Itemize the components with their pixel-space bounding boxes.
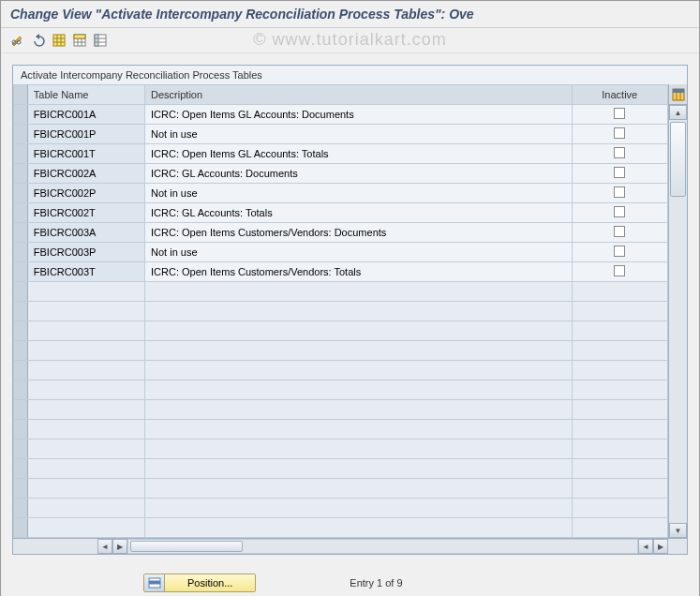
row-selector[interactable] <box>14 321 28 341</box>
row-selector[interactable] <box>14 518 28 538</box>
cell-table-name[interactable]: FBICRC001A <box>27 105 144 125</box>
vscroll-track[interactable] <box>669 120 687 523</box>
deselect-all-button[interactable] <box>70 31 89 50</box>
cell-inactive[interactable] <box>572 125 668 144</box>
change-toggle-button[interactable] <box>8 31 27 50</box>
row-selector[interactable] <box>14 459 28 479</box>
cell-inactive[interactable] <box>572 105 668 125</box>
hscroll-track[interactable] <box>127 539 638 554</box>
scroll-up-button[interactable]: ▲ <box>669 105 687 120</box>
inactive-checkbox[interactable] <box>614 265 625 276</box>
row-selector[interactable] <box>14 380 28 400</box>
cell-empty <box>145 518 572 538</box>
cell-table-name[interactable]: FBICRC001P <box>27 125 144 144</box>
row-selector[interactable] <box>14 341 28 361</box>
footer: Position... Entry 1 of 9 <box>12 555 688 596</box>
table-row[interactable]: FBICRC001PNot in use <box>14 125 668 144</box>
row-selector[interactable] <box>14 262 28 282</box>
row-selector[interactable] <box>14 125 28 144</box>
inactive-checkbox[interactable] <box>614 127 625 139</box>
inactive-checkbox[interactable] <box>614 206 625 217</box>
inactive-checkbox[interactable] <box>614 167 625 178</box>
cell-description[interactable]: Not in use <box>145 243 572 262</box>
undo-button[interactable] <box>29 31 48 50</box>
vscroll-thumb[interactable] <box>670 122 686 197</box>
scroll-last-button[interactable]: ▶ <box>653 539 668 554</box>
table-row[interactable]: FBICRC002PNot in use <box>14 184 668 203</box>
cell-empty <box>145 361 572 380</box>
table-row[interactable]: FBICRC001AICRC: Open Items GL Accounts: … <box>14 105 668 125</box>
cell-inactive[interactable] <box>572 144 668 164</box>
row-selector[interactable] <box>14 361 28 380</box>
table-row[interactable]: FBICRC003AICRC: Open Items Customers/Ven… <box>14 223 668 243</box>
inactive-checkbox[interactable] <box>614 246 625 257</box>
cell-description[interactable]: ICRC: Open Items Customers/Vendors: Tota… <box>145 262 572 282</box>
cell-description[interactable]: Not in use <box>145 184 572 203</box>
cell-table-name[interactable]: FBICRC003P <box>27 243 144 262</box>
table-row[interactable]: FBICRC003TICRC: Open Items Customers/Ven… <box>14 262 668 282</box>
row-selector[interactable] <box>14 164 28 184</box>
cell-inactive[interactable] <box>572 223 668 243</box>
table-row-empty <box>14 479 668 499</box>
table-deselect-icon <box>73 34 86 47</box>
cell-description[interactable]: Not in use <box>145 125 572 144</box>
scroll-first-button[interactable]: ◄ <box>97 539 112 554</box>
inactive-checkbox[interactable] <box>614 108 625 119</box>
cell-inactive[interactable] <box>572 262 668 282</box>
data-table: Table Name Description Inactive FBICRC00… <box>13 84 668 538</box>
cell-empty <box>572 321 668 341</box>
cell-description[interactable]: ICRC: Open Items Customers/Vendors: Docu… <box>145 223 572 243</box>
scroll-left-button[interactable]: ▶ <box>112 539 127 554</box>
row-selector[interactable] <box>14 223 28 243</box>
cell-table-name[interactable]: FBICRC001T <box>27 144 144 164</box>
table-row[interactable]: FBICRC002TICRC: GL Accounts: Totals <box>14 203 668 223</box>
select-all-button[interactable] <box>50 31 68 50</box>
scroll-right-button[interactable]: ◄ <box>638 539 653 554</box>
cell-table-name[interactable]: FBICRC003T <box>27 262 144 282</box>
table-row[interactable]: FBICRC002AICRC: GL Accounts: Documents <box>14 164 668 184</box>
svg-rect-18 <box>673 89 684 93</box>
vertical-scrollbar[interactable]: ▲ ▼ <box>669 105 687 538</box>
inactive-checkbox[interactable] <box>614 226 625 237</box>
cell-description[interactable]: ICRC: Open Items GL Accounts: Totals <box>145 144 572 164</box>
table-row[interactable]: FBICRC001TICRC: Open Items GL Accounts: … <box>14 144 668 164</box>
cell-inactive[interactable] <box>572 243 668 262</box>
cell-empty <box>145 341 572 361</box>
column-config-button[interactable] <box>669 84 687 105</box>
cell-description[interactable]: ICRC: GL Accounts: Documents <box>145 164 572 184</box>
cell-table-name[interactable]: FBICRC002P <box>27 184 144 203</box>
position-button[interactable]: Position... <box>143 574 256 592</box>
table-row[interactable]: FBICRC003PNot in use <box>14 243 668 262</box>
cell-table-name[interactable]: FBICRC003A <box>27 223 144 243</box>
row-selector[interactable] <box>14 479 28 499</box>
inactive-checkbox[interactable] <box>614 147 625 158</box>
row-selector[interactable] <box>14 243 28 262</box>
table-caption: Activate Intercompany Reconciliation Pro… <box>13 66 687 84</box>
row-selector[interactable] <box>14 499 28 518</box>
row-selector[interactable] <box>14 144 28 164</box>
row-selector[interactable] <box>14 282 28 302</box>
row-selector[interactable] <box>14 105 28 125</box>
col-header-desc[interactable]: Description <box>145 85 572 105</box>
row-selector-header[interactable] <box>14 85 28 105</box>
cell-table-name[interactable]: FBICRC002A <box>27 164 144 184</box>
col-header-name[interactable]: Table Name <box>27 85 144 105</box>
cell-description[interactable]: ICRC: GL Accounts: Totals <box>145 203 572 223</box>
cell-empty <box>27 420 144 440</box>
row-selector[interactable] <box>14 302 28 321</box>
cell-inactive[interactable] <box>572 203 668 223</box>
row-selector[interactable] <box>14 400 28 420</box>
row-selector[interactable] <box>14 184 28 203</box>
cell-inactive[interactable] <box>572 164 668 184</box>
row-selector[interactable] <box>14 440 28 459</box>
inactive-checkbox[interactable] <box>614 186 625 198</box>
hscroll-thumb[interactable] <box>130 541 243 552</box>
table-settings-button[interactable] <box>91 31 110 50</box>
row-selector[interactable] <box>14 420 28 440</box>
cell-inactive[interactable] <box>572 184 668 203</box>
col-header-inactive[interactable]: Inactive <box>572 85 668 105</box>
cell-description[interactable]: ICRC: Open Items GL Accounts: Documents <box>145 105 572 125</box>
cell-table-name[interactable]: FBICRC002T <box>27 203 144 223</box>
row-selector[interactable] <box>14 203 28 223</box>
scroll-down-button[interactable]: ▼ <box>669 523 687 538</box>
